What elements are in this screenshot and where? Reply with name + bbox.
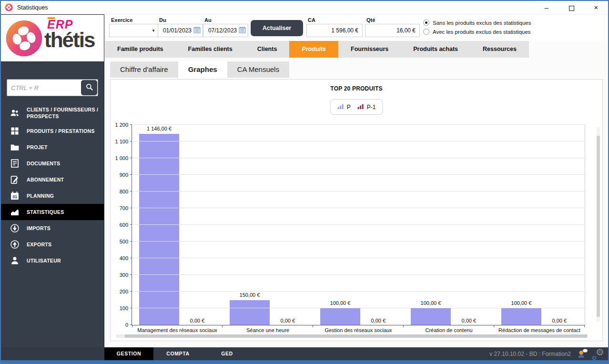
actualiser-button[interactable]: Actualiser — [251, 20, 303, 36]
tab-clients[interactable]: Clients — [245, 41, 290, 58]
y-axis-tick — [130, 208, 132, 208]
main-tab-bar: Famille produitsFamilles clientsClientsP… — [105, 41, 529, 58]
bar-value-label: 100,00 € — [330, 300, 351, 306]
sidebar-item-imports[interactable]: IMPORTS — [1, 220, 104, 236]
sidebar-item-clients-fournisseurs-prospects[interactable]: CLIENTS / FOURNISSEURS / PROSPECTS — [1, 103, 104, 123]
sidebar-item-statistiques[interactable]: STATISTIQUES — [1, 204, 104, 220]
statusbar: GESTIONCOMPTAGED v 27.10.10.02 - BD : Fo… — [1, 347, 608, 360]
calendar-picker-icon[interactable] — [193, 26, 201, 35]
sidebar-item-produits-prestations[interactable]: PRODUITS / PRESTATIONS — [1, 123, 104, 139]
sidebar-item-planning[interactable]: 31PLANNING — [1, 188, 104, 204]
module-compta[interactable]: COMPTA — [153, 347, 203, 360]
sidebar-item-exports[interactable]: EXPORTS — [1, 236, 104, 253]
settings-gears-icon[interactable]: ⚙ ⚙ — [592, 348, 604, 360]
brand-text: ERP thétis — [47, 19, 94, 50]
module-ged[interactable]: GED — [203, 347, 252, 360]
sidebar-item-label: ABONNEMENT — [27, 176, 64, 183]
tab-produits-achats[interactable]: Produits achats — [401, 41, 470, 58]
legend-item-p-1[interactable]: P-1 — [357, 103, 376, 111]
sidebar-item-label: DOCUMENTS — [27, 160, 60, 167]
brand-flower-icon — [5, 20, 43, 57]
x-axis-category-label: Rédaction de messages de contact — [494, 327, 585, 333]
tab-ressources[interactable]: Ressources — [470, 41, 529, 58]
horizontal-scrollbar[interactable] — [116, 334, 588, 338]
sidebar-item-projet[interactable]: PROJET — [1, 139, 104, 155]
x-axis-category-label: Management des réseaux sociaux — [132, 327, 223, 333]
app-window: Statistiques – × ERP thétis CLIENTS / FO… — [0, 0, 609, 364]
qte-field[interactable]: 16,00 € — [365, 24, 420, 37]
legend-label: P — [347, 104, 351, 111]
grid-icon — [10, 126, 20, 136]
chart-legend: PP-1 — [330, 99, 383, 115]
minimize-button[interactable]: – — [541, 1, 552, 14]
sidebar-item-label: EXPORTS — [27, 241, 51, 248]
sub-tab-row: Chiffre d'affaireGraphesCA Mensuels — [105, 58, 608, 78]
gridline — [132, 158, 585, 158]
bar-p — [230, 300, 270, 325]
bar-chart-plot: 1 146,00 €0,00 €Management des réseaux s… — [132, 125, 585, 325]
version-label: v 27.10.10.02 - BD : Formation2 — [489, 351, 571, 357]
sidebar-item-label: UTILISATEUR — [27, 257, 61, 264]
calendar-icon: 31 — [10, 191, 20, 201]
y-axis-label: 100 — [107, 305, 128, 311]
y-axis-label: 500 — [107, 239, 128, 244]
bar-group-r-daction-de-messages-de-contact: 100,00 €0,00 €Rédaction de messages de c… — [494, 125, 585, 325]
search-button[interactable] — [81, 80, 97, 95]
subtab-graphes[interactable]: Graphes — [178, 61, 227, 78]
sidebar-item-label: IMPORTS — [27, 225, 51, 232]
y-axis-tick — [130, 141, 132, 142]
radio-label: Sans les produits exclus des statistique… — [433, 20, 531, 26]
tab-famille-produits[interactable]: Famille produits — [105, 41, 176, 58]
radio-icon — [423, 20, 429, 26]
au-date-field[interactable]: 07/12/2023 — [203, 24, 248, 37]
subtab-chiffre-d-affaire[interactable]: Chiffre d'affaire — [110, 61, 178, 78]
gridline — [132, 308, 585, 308]
y-axis-label: 200 — [107, 289, 128, 294]
sidebar-item-label: STATISTIQUES — [27, 209, 64, 215]
window-controls: – × — [541, 1, 601, 14]
y-axis-label: 400 — [107, 255, 128, 261]
tab-produits[interactable]: Produits — [289, 41, 338, 58]
module-switcher: GESTIONCOMPTAGED — [104, 347, 252, 360]
vertical-scrollbar[interactable] — [597, 127, 600, 322]
sidebar-search — [7, 79, 98, 96]
bar-value-label: 1 146,00 € — [147, 126, 172, 131]
radio-option-avec[interactable]: Avec les produits exclus des statistique… — [423, 27, 531, 36]
tab-familles-clients[interactable]: Familles clients — [176, 41, 245, 58]
bar-group-gestion-des-r-seaux-sociaux: 100,00 €0,00 €Gestion des réseaux sociau… — [313, 125, 404, 325]
maximize-button[interactable] — [566, 1, 577, 14]
bar-group-s-ance-une-heure: 150,00 €0,00 €Séance une heure — [223, 125, 313, 325]
qte-label: Qté — [366, 17, 375, 23]
exercice-select[interactable]: ▼ — [109, 24, 159, 37]
bar-value-label: 150,00 € — [240, 292, 260, 298]
du-date-field[interactable]: 01/01/2023 — [158, 24, 203, 37]
subscription-icon — [10, 175, 20, 184]
vertical-scrollbar-thumb[interactable] — [597, 136, 600, 317]
sidebar-item-label: CLIENTS / FOURNISSEURS / PROSPECTS — [27, 106, 99, 120]
x-axis-tick — [584, 325, 585, 327]
close-button[interactable]: × — [591, 1, 601, 14]
sidebar-item-abonnement[interactable]: ABONNEMENT — [1, 172, 104, 188]
x-axis-tick — [132, 325, 132, 327]
sidebar-item-documents[interactable]: DOCUMENTS — [1, 155, 104, 172]
horizontal-scrollbar-thumb[interactable] — [125, 334, 587, 338]
y-axis-tick — [130, 158, 132, 158]
calendar-picker-icon[interactable] — [239, 26, 246, 35]
subtab-ca-mensuels[interactable]: CA Mensuels — [227, 61, 289, 78]
import-icon — [10, 223, 20, 233]
bar-value-label: 100,00 € — [421, 300, 441, 306]
radio-option-sans[interactable]: Sans les produits exclus des statistique… — [423, 18, 531, 27]
user-chat-icon[interactable] — [577, 348, 588, 360]
gridline — [132, 258, 585, 258]
sidebar-item-utilisateur[interactable]: UTILISATEUR — [1, 253, 104, 269]
ca-field[interactable]: 1 596,00 € — [306, 24, 363, 37]
tab-fournisseurs[interactable]: Fournisseurs — [338, 41, 401, 58]
user-icon — [10, 256, 20, 265]
legend-item-p[interactable]: P — [337, 103, 351, 111]
svg-text:31: 31 — [12, 194, 17, 199]
y-axis-tick — [130, 241, 132, 242]
module-gestion[interactable]: GESTION — [104, 347, 153, 360]
bar-value-label-p1: 0,00 € — [462, 318, 477, 324]
gear-icon: ⚙ — [596, 346, 604, 358]
brand-erp-label: ERP — [47, 19, 73, 30]
